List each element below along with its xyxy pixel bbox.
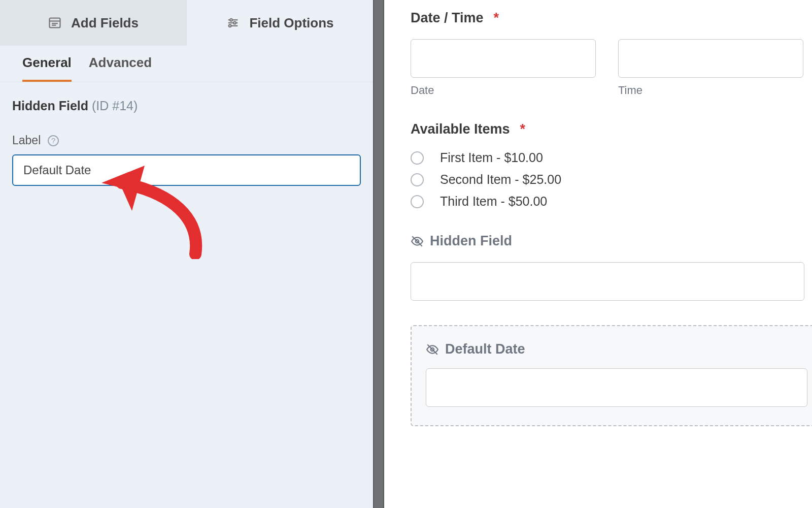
form-icon xyxy=(48,16,62,30)
label-input[interactable] xyxy=(12,154,361,186)
radio-item[interactable]: First Item - $10.00 xyxy=(411,150,812,165)
form-preview: Date / Time * Date Time Available Items … xyxy=(384,0,812,508)
time-input[interactable] xyxy=(618,39,803,78)
group-default-date[interactable]: Default Date xyxy=(411,325,812,426)
radio-item[interactable]: Third Item - $50.00 xyxy=(411,194,812,209)
svg-point-9 xyxy=(229,25,231,27)
group-hidden-field: Hidden Field xyxy=(411,233,812,301)
available-items-title-text: Available Items xyxy=(411,121,510,137)
svg-point-7 xyxy=(234,22,236,24)
required-mark: * xyxy=(494,10,499,26)
hidden-field-label: Hidden Field xyxy=(411,233,812,249)
label-row: Label ? xyxy=(12,134,361,147)
radio-icon xyxy=(411,195,424,208)
sidebar: Add Fields Field Options General Advance… xyxy=(0,0,373,508)
eye-off-icon xyxy=(411,235,424,248)
available-items-list: First Item - $10.00 Second Item - $25.00… xyxy=(411,150,812,209)
sub-tabs: General Advanced xyxy=(0,46,373,82)
default-date-input[interactable] xyxy=(426,368,807,407)
group-datetime: Date / Time * Date Time xyxy=(411,10,812,97)
sliders-icon xyxy=(226,16,240,30)
pane-divider[interactable] xyxy=(373,0,384,508)
date-input[interactable] xyxy=(411,39,596,78)
date-sublabel: Date xyxy=(411,84,596,97)
time-sublabel: Time xyxy=(618,84,803,97)
available-items-label: Available Items * xyxy=(411,121,812,137)
top-tabs: Add Fields Field Options xyxy=(0,0,373,46)
radio-item-label: Third Item - $50.00 xyxy=(440,194,547,209)
tab-field-options-label: Field Options xyxy=(249,15,333,31)
datetime-title-text: Date / Time xyxy=(411,10,484,26)
tab-add-fields[interactable]: Add Fields xyxy=(0,0,186,46)
radio-item-label: Second Item - $25.00 xyxy=(440,172,561,187)
help-icon[interactable]: ? xyxy=(48,135,59,146)
tab-general[interactable]: General xyxy=(22,55,72,82)
eye-off-icon xyxy=(426,343,439,356)
hidden-field-title-text: Hidden Field xyxy=(430,233,512,249)
datetime-label: Date / Time * xyxy=(411,10,812,26)
tab-advanced[interactable]: Advanced xyxy=(89,55,152,82)
required-mark: * xyxy=(520,121,526,137)
default-date-label: Default Date xyxy=(426,341,807,357)
section-title: Hidden Field (ID #14) xyxy=(12,99,361,113)
group-available-items: Available Items * First Item - $10.00 Se… xyxy=(411,121,812,209)
default-date-title-text: Default Date xyxy=(445,341,525,357)
tab-add-fields-label: Add Fields xyxy=(71,15,139,31)
radio-icon xyxy=(411,151,424,165)
section-title-name: Hidden Field xyxy=(12,99,88,113)
tab-field-options[interactable]: Field Options xyxy=(186,0,373,46)
hidden-field-input[interactable] xyxy=(411,262,804,301)
section-title-id: (ID #14) xyxy=(92,99,138,113)
panel-body: Hidden Field (ID #14) Label ? xyxy=(0,82,373,198)
radio-item-label: First Item - $10.00 xyxy=(440,150,543,165)
label-caption: Label xyxy=(12,134,41,147)
radio-icon xyxy=(411,173,424,186)
radio-item[interactable]: Second Item - $25.00 xyxy=(411,172,812,187)
svg-point-5 xyxy=(230,19,233,21)
